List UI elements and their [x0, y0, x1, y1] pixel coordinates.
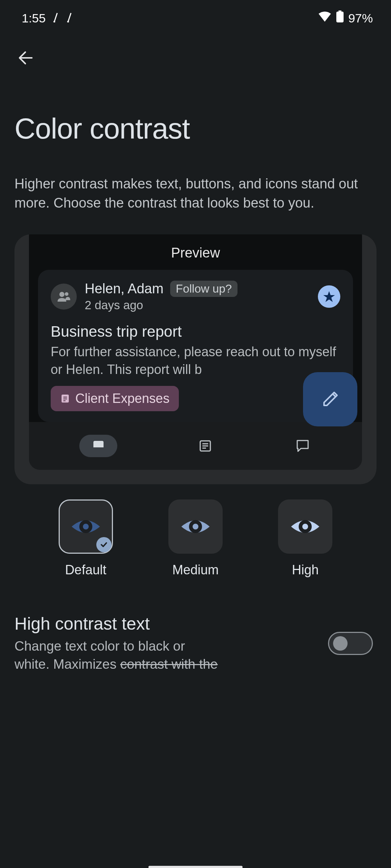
people-icon	[56, 289, 71, 304]
message-card: Helen, Adam Follow up? 2 days ago Busine…	[38, 270, 353, 422]
message-header-text: Helen, Adam Follow up? 2 days ago	[85, 281, 310, 312]
preview-label: Preview	[29, 234, 362, 270]
high-contrast-text-toggle[interactable]	[328, 632, 373, 655]
setting-description: Change text color to black or white. Max…	[14, 637, 261, 673]
svg-point-7	[65, 292, 68, 296]
status-left: 1:55	[22, 11, 73, 25]
nav-chat[interactable]	[294, 437, 312, 455]
eye-icon	[290, 516, 321, 537]
svg-rect-5	[336, 12, 344, 22]
contrast-option-high[interactable]: High	[256, 499, 355, 578]
article-icon	[198, 439, 213, 453]
attachment-chip[interactable]: Client Expenses	[51, 386, 179, 411]
message-body: For further assistance, please reach out…	[51, 343, 340, 378]
preview-nav-bar	[29, 422, 362, 470]
status-right: 97%	[318, 10, 373, 26]
chip-row: Client Expenses	[51, 386, 340, 411]
compose-fab[interactable]	[303, 372, 357, 426]
contrast-options: Default Medium High	[0, 484, 391, 578]
home-indicator[interactable]	[148, 866, 243, 868]
preview-panel: Preview Helen, Adam Follow up? 2 days ag…	[29, 234, 362, 422]
option-label: Medium	[146, 562, 245, 578]
setting-title: High contrast text	[14, 614, 314, 634]
high-contrast-text-row[interactable]: High contrast text Change text color to …	[0, 578, 391, 673]
pencil-icon	[320, 389, 341, 410]
svg-rect-4	[339, 10, 341, 12]
arrow-left-icon	[17, 49, 34, 67]
option-label: Default	[36, 562, 135, 578]
eye-icon	[70, 516, 101, 537]
option-tile[interactable]	[59, 499, 113, 554]
status-time: 1:55	[22, 11, 46, 25]
message-header: Helen, Adam Follow up? 2 days ago	[51, 281, 340, 312]
option-label: High	[256, 562, 355, 578]
svg-point-6	[59, 292, 64, 297]
check-badge-icon	[96, 537, 112, 552]
inbox-icon	[92, 439, 105, 452]
status-indicator-icon	[66, 11, 73, 25]
svg-line-0	[54, 13, 57, 22]
wifi-icon	[318, 11, 332, 25]
preview-container: Preview Helen, Adam Follow up? 2 days ag…	[14, 234, 377, 484]
back-button[interactable]	[14, 47, 36, 69]
contrast-option-default[interactable]: Default	[36, 499, 135, 578]
page-description: Higher contrast makes text, buttons, and…	[0, 145, 391, 213]
nav-articles[interactable]	[196, 437, 214, 455]
message-names: Helen, Adam	[85, 281, 164, 297]
message-time: 2 days ago	[85, 298, 310, 312]
star-icon	[323, 290, 335, 303]
followup-badge: Follow up?	[170, 281, 238, 297]
header	[0, 29, 391, 69]
star-button[interactable]	[318, 285, 340, 308]
toggle-knob	[333, 636, 348, 651]
status-indicator-icon	[52, 11, 59, 25]
battery-icon	[336, 10, 344, 26]
setting-text: High contrast text Change text color to …	[14, 614, 314, 673]
message-subject: Business trip report	[51, 323, 340, 340]
status-bar: 1:55 97%	[0, 0, 391, 29]
page-title: Color contrast	[0, 69, 391, 145]
document-icon	[60, 393, 70, 404]
eye-icon	[180, 516, 211, 537]
chat-icon	[295, 438, 310, 454]
avatar	[51, 284, 77, 310]
contrast-option-medium[interactable]: Medium	[146, 499, 245, 578]
battery-percent: 97%	[348, 11, 373, 25]
svg-line-2	[68, 13, 71, 22]
nav-inbox[interactable]	[79, 435, 117, 457]
option-tile[interactable]	[278, 499, 332, 554]
option-tile[interactable]	[168, 499, 223, 554]
chip-label: Client Expenses	[75, 391, 169, 406]
